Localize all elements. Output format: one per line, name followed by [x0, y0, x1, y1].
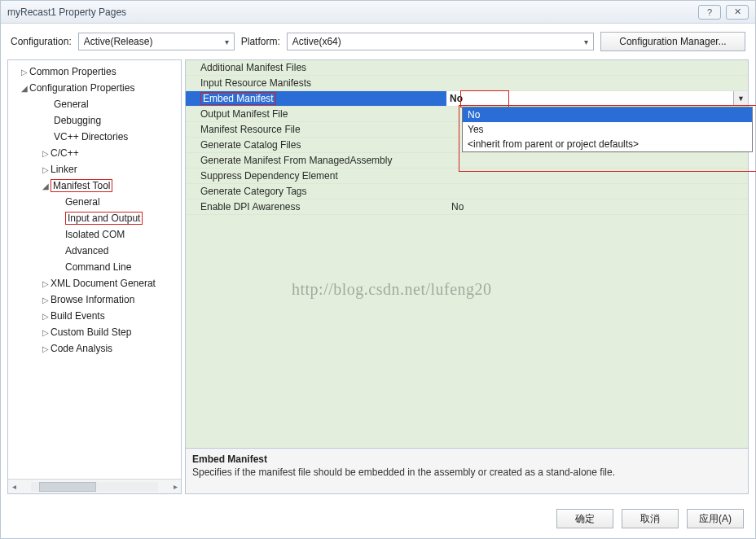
tree-item-label: Custom Build Step — [51, 326, 131, 338]
tree-item-label: Debugging — [54, 115, 101, 126]
cancel-button[interactable]: 取消 — [622, 509, 679, 528]
tree-item[interactable]: ▷Code Analysis — [8, 340, 181, 357]
tree-item[interactable]: Command Line — [8, 259, 181, 275]
chevron-down-icon: ▾ — [579, 37, 588, 46]
property-value: No — [446, 201, 748, 213]
expand-icon[interactable]: ◢ — [41, 182, 51, 191]
tree-pane: ▷Common Properties◢Configuration Propert… — [7, 59, 182, 494]
configuration-combo[interactable]: Active(Release) ▾ — [78, 33, 235, 50]
tree-item[interactable]: ▷C/C++ — [8, 145, 181, 161]
dropdown-arrow-icon[interactable]: ▼ — [733, 91, 748, 106]
tree-item[interactable]: ▷Custom Build Step — [8, 324, 181, 340]
tree-item-label: XML Document Generat — [51, 278, 156, 289]
expand-icon[interactable]: ▷ — [41, 328, 51, 337]
configuration-manager-label: Configuration Manager... — [619, 36, 726, 47]
tree-item-label: Manifest Tool — [51, 179, 112, 192]
nav-tree[interactable]: ▷Common Properties◢Configuration Propert… — [8, 60, 181, 479]
description-text: Specifies if the manifest file should be… — [192, 467, 741, 478]
description-title: Embed Manifest — [192, 454, 741, 465]
tree-item-label: C/C++ — [51, 147, 79, 159]
tree-item[interactable]: ▷Build Events — [8, 308, 181, 324]
property-row[interactable]: Input Resource Manifests — [186, 76, 748, 91]
chevron-down-icon: ▾ — [220, 37, 229, 46]
dropdown-highlight-box — [459, 105, 756, 172]
expand-icon[interactable]: ▷ — [41, 149, 51, 158]
platform-label: Platform: — [241, 36, 280, 47]
configuration-value: Active(Release) — [84, 36, 220, 47]
tree-item[interactable]: VC++ Directories — [8, 129, 181, 145]
tree-item[interactable]: ▷XML Document Generat — [8, 275, 181, 291]
expand-icon[interactable]: ◢ — [20, 84, 29, 93]
tree-item-label: Command Line — [65, 261, 131, 273]
scroll-right-icon[interactable]: ▸ — [169, 482, 181, 491]
configuration-label: Configuration: — [11, 36, 72, 47]
watermark-text: http://blog.csdn.net/lufeng20 — [292, 280, 492, 299]
property-row[interactable]: Generate Category Tags — [186, 184, 748, 199]
tree-item-label: Common Properties — [29, 66, 116, 77]
tree-item[interactable]: ◢Configuration Properties — [8, 80, 181, 96]
right-pane: Additional Manifest FilesInput Resource … — [185, 59, 749, 494]
ok-button[interactable]: 确定 — [556, 509, 613, 528]
tree-item-label: General — [65, 196, 100, 208]
tree-item-label: Input and Output — [65, 212, 143, 225]
property-label: Additional Manifest Files — [186, 62, 446, 73]
config-row: Configuration: Active(Release) ▾ Platfor… — [1, 24, 755, 59]
scroll-left-icon[interactable]: ◂ — [8, 482, 20, 491]
tree-item-label: General — [54, 99, 89, 110]
tree-item-label: Build Events — [51, 310, 105, 322]
tree-item-label: Linker — [51, 164, 77, 175]
property-label: Suppress Dependency Element — [186, 170, 446, 182]
tree-item[interactable]: ◢Manifest Tool — [8, 177, 181, 194]
tree-item-label: Advanced — [65, 245, 108, 256]
tree-item[interactable]: General — [8, 194, 181, 210]
window-title: myRecast1 Property Pages — [7, 7, 126, 18]
property-row[interactable]: Enable DPI AwarenessNo — [186, 199, 748, 215]
expand-icon[interactable]: ▷ — [41, 296, 51, 305]
tree-item-label: Isolated COM — [65, 229, 125, 240]
expand-icon[interactable]: ▷ — [41, 312, 51, 321]
dialog-window: myRecast1 Property Pages ? ✕ Configurati… — [0, 0, 756, 539]
tree-item[interactable]: ▷Browse Information — [8, 291, 181, 308]
scroll-track[interactable] — [31, 482, 158, 492]
expand-icon[interactable]: ▷ — [41, 344, 51, 353]
configuration-manager-button[interactable]: Configuration Manager... — [600, 32, 745, 51]
tree-item[interactable]: Debugging — [8, 112, 181, 129]
description-pane: Embed Manifest Specifies if the manifest… — [186, 448, 748, 493]
expand-icon[interactable]: ▷ — [20, 68, 29, 77]
platform-value: Active(x64) — [292, 36, 579, 47]
tree-item-label: Configuration Properties — [29, 82, 134, 94]
tree-item[interactable]: ▷Linker — [8, 161, 181, 177]
tree-item-label: Browse Information — [51, 294, 134, 305]
tree-item[interactable]: Advanced — [8, 243, 181, 259]
dialog-footer: 确定 取消 应用(A) — [1, 501, 755, 538]
horizontal-scrollbar[interactable]: ◂ ▸ — [8, 479, 181, 493]
tree-item[interactable]: ▷Common Properties — [8, 64, 181, 80]
property-label: Embed Manifest — [186, 93, 446, 104]
property-label: Input Resource Manifests — [186, 77, 446, 89]
scroll-thumb[interactable] — [39, 482, 96, 492]
property-label: Generate Category Tags — [186, 186, 446, 197]
tree-item[interactable]: General — [8, 96, 181, 112]
property-label: Manifest Resource File — [186, 124, 446, 135]
property-label: Enable DPI Awareness — [186, 201, 446, 213]
property-row[interactable]: Additional Manifest Files — [186, 60, 748, 76]
expand-icon[interactable]: ▷ — [41, 279, 51, 288]
titlebar: myRecast1 Property Pages ? ✕ — [1, 1, 755, 24]
tree-item-label: Code Analysis — [51, 343, 112, 354]
property-grid[interactable]: Additional Manifest FilesInput Resource … — [186, 60, 748, 448]
expand-icon[interactable]: ▷ — [41, 165, 51, 174]
property-label: Output Manifest File — [186, 108, 446, 120]
dialog-body: ▷Common Properties◢Configuration Propert… — [1, 59, 755, 501]
help-button[interactable]: ? — [698, 5, 721, 20]
tree-item[interactable]: Isolated COM — [8, 226, 181, 243]
property-label: Generate Manifest From ManagedAssembly — [186, 155, 446, 166]
close-button[interactable]: ✕ — [726, 5, 749, 20]
tree-item-label: VC++ Directories — [54, 131, 128, 142]
apply-button[interactable]: 应用(A) — [687, 509, 744, 528]
tree-item[interactable]: Input and Output — [8, 210, 181, 226]
property-label: Generate Catalog Files — [186, 139, 446, 151]
platform-combo[interactable]: Active(x64) ▾ — [287, 33, 594, 50]
